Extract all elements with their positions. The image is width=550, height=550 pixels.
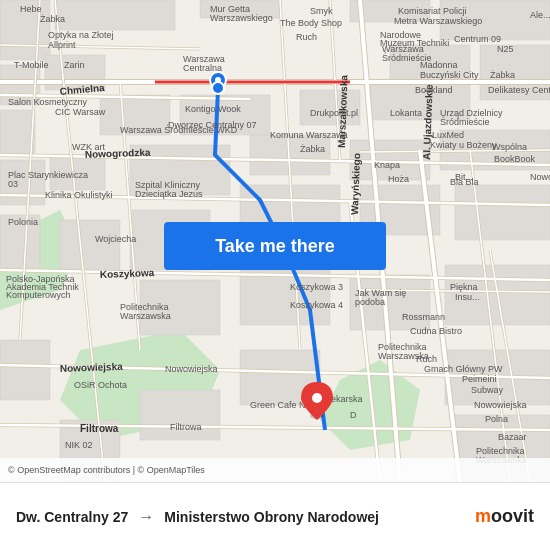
svg-rect-13: [0, 110, 35, 155]
svg-text:Hebe: Hebe: [20, 4, 42, 14]
svg-text:Nowowiejska: Nowowiejska: [60, 361, 124, 374]
svg-point-176: [212, 82, 224, 94]
app-container: Chmielna Nowogrodzka Koszykowa Nowowiejs…: [0, 0, 550, 550]
svg-rect-31: [240, 270, 330, 325]
svg-text:Kwiaty u Bożeny: Kwiaty u Bożeny: [430, 140, 497, 150]
svg-text:Subway: Subway: [471, 385, 504, 395]
svg-text:LuxMed: LuxMed: [432, 130, 464, 140]
svg-text:Komuna Warszawa: Komuna Warszawa: [270, 130, 348, 140]
svg-text:Delikatesy Centrum: Delikatesy Centrum: [488, 85, 550, 95]
svg-text:CIC Warsaw: CIC Warsaw: [55, 107, 106, 117]
svg-text:Filtrowa: Filtrowa: [170, 422, 202, 432]
svg-text:Nowo...: Nowo...: [530, 172, 550, 182]
take-me-there-button[interactable]: Take me there: [164, 222, 386, 270]
svg-text:Polonia: Polonia: [8, 217, 38, 227]
svg-text:OSiR Ochota: OSiR Ochota: [74, 380, 127, 390]
svg-text:Lokanta: Lokanta: [390, 108, 422, 118]
svg-text:03: 03: [8, 179, 18, 189]
svg-text:Nowowiejska: Nowowiejska: [474, 400, 527, 410]
svg-text:Koszykowa: Koszykowa: [100, 267, 155, 280]
svg-text:Optyka na Złotej: Optyka na Złotej: [48, 30, 114, 40]
svg-text:Polna: Polna: [485, 414, 508, 424]
svg-text:WZK art: WZK art: [72, 142, 105, 152]
svg-text:Cudna Bistro: Cudna Bistro: [410, 326, 462, 336]
route-from: Dw. Centralny 27: [16, 509, 128, 525]
svg-text:Warszawskiego: Warszawskiego: [210, 13, 273, 23]
svg-text:Żabka: Żabka: [300, 144, 325, 154]
svg-text:Filtrowa: Filtrowa: [80, 423, 119, 434]
svg-text:Madonna: Madonna: [420, 60, 458, 70]
svg-text:Śródmieście: Śródmieście: [440, 116, 490, 127]
svg-text:Komputerowych: Komputerowych: [6, 290, 71, 300]
svg-text:Ruch: Ruch: [416, 354, 437, 364]
svg-rect-18: [0, 160, 45, 205]
svg-text:Zarin: Zarin: [64, 60, 85, 70]
svg-rect-34: [0, 340, 50, 400]
svg-point-178: [312, 393, 322, 403]
svg-text:Rossmann: Rossmann: [402, 312, 445, 322]
svg-text:Dzieciątka Jezus: Dzieciątka Jezus: [135, 189, 203, 199]
svg-text:Peimeini: Peimeini: [462, 374, 497, 384]
svg-text:Wspólna: Wspólna: [492, 142, 527, 152]
svg-text:Smyk: Smyk: [310, 6, 333, 16]
moovit-logo-text: m: [475, 506, 491, 526]
svg-text:Bit...: Bit...: [455, 172, 473, 182]
svg-text:Bazaar: Bazaar: [498, 432, 527, 442]
svg-text:Waryńskiego: Waryńskiego: [349, 153, 362, 215]
svg-text:Knapa: Knapa: [374, 160, 400, 170]
svg-text:Ruch: Ruch: [296, 32, 317, 42]
svg-text:© OpenStreetMap contributors |: © OpenStreetMap contributors | © OpenMap…: [8, 465, 205, 475]
svg-text:Komisariat Policji: Komisariat Policji: [398, 6, 467, 16]
svg-text:Bookland: Bookland: [415, 85, 453, 95]
svg-text:Gmach Główny PW: Gmach Główny PW: [424, 364, 503, 374]
svg-text:Ale...: Ale...: [530, 10, 550, 20]
svg-text:Metra Warszawskiego: Metra Warszawskiego: [394, 16, 482, 26]
svg-text:Kontigo Wook: Kontigo Wook: [185, 104, 241, 114]
svg-text:Koszykowa 4: Koszykowa 4: [290, 300, 343, 310]
svg-rect-36: [140, 390, 220, 440]
svg-text:Żabka: Żabka: [490, 70, 515, 80]
cta-button-label: Take me there: [215, 236, 335, 257]
svg-text:podoba: podoba: [355, 297, 385, 307]
svg-text:The Body Shop: The Body Shop: [280, 18, 342, 28]
svg-rect-25: [60, 220, 120, 270]
moovit-logo: moovit: [475, 506, 534, 527]
svg-text:Żabka: Żabka: [40, 14, 65, 24]
svg-text:Insu...: Insu...: [455, 292, 480, 302]
svg-rect-29: [455, 185, 550, 240]
svg-text:Buczyński City: Buczyński City: [420, 70, 479, 80]
route-arrow: →: [138, 508, 154, 526]
svg-text:BookBook: BookBook: [494, 154, 536, 164]
route-to: Ministerstwo Obrony Narodowej: [164, 509, 379, 525]
svg-rect-5: [55, 0, 175, 30]
svg-text:Centrum 09: Centrum 09: [454, 34, 501, 44]
svg-text:Piękna: Piękna: [450, 282, 478, 292]
svg-text:Warszawska: Warszawska: [120, 311, 171, 321]
svg-text:Koszykowa 3: Koszykowa 3: [290, 282, 343, 292]
svg-text:Warszawa Śródmieście WKD: Warszawa Śródmieście WKD: [120, 124, 238, 135]
svg-text:N25: N25: [497, 44, 514, 54]
svg-text:Salon Kosmetyczny: Salon Kosmetyczny: [8, 97, 88, 107]
svg-text:Klinika Okulistyki: Klinika Okulistyki: [45, 190, 113, 200]
svg-text:Drukpoint.pl: Drukpoint.pl: [310, 108, 358, 118]
svg-text:T-Mobile: T-Mobile: [14, 60, 49, 70]
svg-text:D: D: [350, 410, 357, 420]
svg-text:Nowowiejska: Nowowiejska: [165, 364, 218, 374]
bottom-bar: Dw. Centralny 27 → Ministerstwo Obrony N…: [0, 482, 550, 550]
map-container: Chmielna Nowogrodzka Koszykowa Nowowiejs…: [0, 0, 550, 482]
svg-text:Allprint: Allprint: [48, 40, 76, 50]
svg-text:Hoża: Hoża: [388, 174, 409, 184]
svg-text:Wojciecha: Wojciecha: [95, 234, 136, 244]
svg-text:Plac Starynkiewicza: Plac Starynkiewicza: [8, 170, 88, 180]
svg-text:NIK 02: NIK 02: [65, 440, 93, 450]
